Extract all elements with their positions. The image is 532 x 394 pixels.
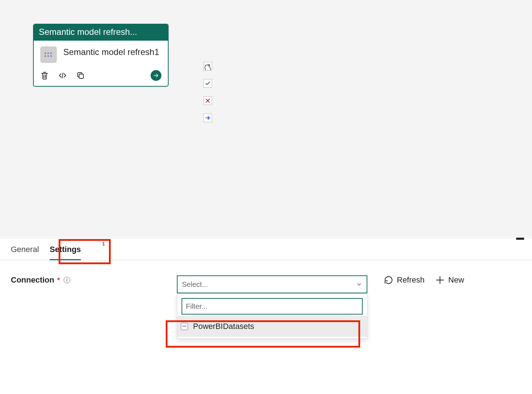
status-fail-icon[interactable] [203,96,212,105]
svg-point-0 [45,52,46,54]
run-button[interactable] [151,70,161,81]
chevron-down-icon [356,281,362,288]
svg-point-1 [47,52,49,54]
activity-node-header: Semantic model refresh... [34,24,168,41]
status-completion-icon[interactable] [203,114,212,122]
tab-general[interactable]: General [11,245,39,260]
delete-button[interactable] [40,71,49,80]
activity-type-icon [40,46,57,63]
svg-point-4 [47,55,49,57]
tab-settings[interactable]: Settings [50,245,81,260]
properties-tabs: General Settings [0,238,532,260]
connection-label: Connection * i [11,275,169,285]
connection-dropdown: PowerBIDatasets [177,293,367,339]
connection-select[interactable]: Select... [177,275,367,293]
refresh-button[interactable]: Refresh [384,275,425,285]
status-skip-icon[interactable] [203,62,212,70]
connection-filter-input[interactable] [182,298,363,315]
connection-option-powerbidatasets[interactable]: PowerBIDatasets [177,316,367,337]
activity-title: Semantic model refresh1 [63,46,159,58]
refresh-icon [384,275,393,285]
svg-rect-6 [79,74,83,78]
info-icon[interactable]: i [64,277,70,283]
dataset-icon [181,323,188,330]
svg-point-5 [50,55,52,57]
pipeline-canvas[interactable]: Semantic model refresh... Semantic model… [0,0,532,237]
plus-icon [435,275,445,285]
properties-panel: General Settings Connection * i Select..… [0,238,532,394]
required-indicator: * [57,276,60,284]
new-button[interactable]: New [435,275,464,285]
copy-button[interactable] [76,71,85,80]
activity-node[interactable]: Semantic model refresh... Semantic model… [33,24,169,87]
status-success-icon[interactable] [203,79,212,88]
svg-point-3 [45,55,46,57]
svg-point-2 [50,52,52,54]
collapse-handle[interactable] [516,238,524,240]
code-button[interactable] [58,71,67,80]
